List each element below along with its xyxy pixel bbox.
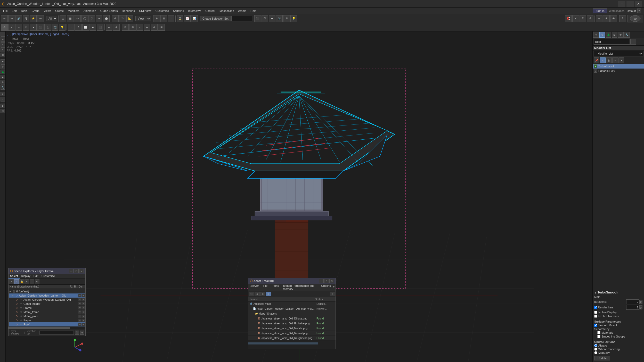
at-row-emissive[interactable]: 🖼 Japanese_street_lamp_Old_Emissive.png … — [248, 321, 336, 326]
mod-pin-button[interactable]: 📌 — [594, 57, 599, 63]
se-node-frame[interactable]: ⬡ 👁 Frame ❄👁 — [9, 306, 85, 310]
rp-motion-btn[interactable]: ▶ — [612, 32, 617, 38]
ts-iterations-down[interactable]: ▼ — [639, 302, 642, 304]
select-region-lasso[interactable]: ✦ — [96, 15, 102, 22]
se-options-button[interactable]: ⚙ — [35, 279, 39, 284]
object-type-cone[interactable]: △ — [44, 24, 51, 31]
selection-set-input[interactable] — [231, 16, 252, 21]
lt-link[interactable]: ⛓ — [1, 53, 5, 57]
ts-materials-check[interactable] — [597, 331, 600, 334]
object-name-input[interactable] — [594, 39, 630, 45]
lt-anim[interactable]: ⏵ — [1, 104, 5, 108]
at-menu-bitmap[interactable]: Bitmap Performance and Memory — [281, 284, 319, 291]
se-close-button[interactable]: ✕ — [79, 269, 84, 273]
menu-megascans[interactable]: Megascans — [217, 8, 236, 14]
object-type-box[interactable]: □ — [23, 24, 29, 31]
at-row-maps-folder[interactable]: 📁 Maps / Shaders — [248, 311, 336, 316]
lt-scale[interactable]: ⤡ — [1, 47, 5, 52]
redo-button[interactable]: ↪ — [8, 15, 15, 22]
at-titlebar[interactable]: ⬡ Asset Tracking ─ □ ✕ — [248, 278, 336, 284]
dope-sheet-button[interactable]: 📊 — [191, 15, 198, 22]
rp-create-btn[interactable]: ✚ — [593, 32, 599, 38]
at-maximize-button[interactable]: □ — [324, 279, 329, 283]
menu-modifiers[interactable]: Modifiers — [66, 8, 81, 14]
menu-interactive[interactable]: Interactive — [186, 8, 203, 14]
ts-always-radio[interactable] — [594, 344, 597, 347]
ts-render-up[interactable]: ▲ — [639, 305, 642, 307]
move-button[interactable]: ✛ — [112, 15, 119, 22]
undo-button[interactable]: ↩ — [1, 15, 8, 22]
menu-graph-editors[interactable]: Graph Editors — [98, 8, 120, 14]
lt-select[interactable]: ◻ — [1, 32, 5, 37]
se-menu-customize[interactable]: Customize — [40, 274, 56, 279]
se-node-metal-plate[interactable]: ⬡ 👁 Metal_plate ❄👁 — [9, 314, 85, 318]
subobj-poly[interactable]: ■ — [89, 24, 96, 31]
select-region-paint[interactable]: ⬤ — [103, 15, 110, 22]
mod-item-turbosmooth[interactable]: ● TurboSmooth — [593, 64, 644, 69]
schematic-view-button[interactable]: 🗺 — [262, 15, 268, 22]
lt-snap-2d[interactable]: 2 — [1, 92, 5, 96]
maximize-button[interactable]: □ — [626, 1, 634, 7]
at-menu-file[interactable]: File — [261, 284, 270, 291]
turbosmooth-collapse[interactable]: ▼ TurboSmooth — [594, 291, 642, 295]
se-add-button[interactable]: + — [25, 279, 29, 284]
rp-hierarchy-btn[interactable]: 🌲 — [606, 32, 611, 38]
pivot-button[interactable]: ⊕ — [153, 15, 160, 22]
minimize-button[interactable]: ─ — [618, 1, 625, 7]
at-tb-btn-1[interactable]: ⬛ — [249, 292, 254, 296]
lt-time[interactable]: ⏱ — [1, 109, 5, 113]
geo-button-1[interactable]: ⊡ — [122, 24, 129, 31]
render-frame-button[interactable]: 🖥 — [283, 15, 290, 22]
at-close-button[interactable]: ✕ — [329, 279, 334, 283]
lt-create[interactable]: ✚ — [1, 59, 5, 64]
isolate-button[interactable]: ◈ — [596, 15, 602, 22]
lt-modify[interactable]: ⚙ — [1, 64, 5, 69]
lt-move[interactable]: ✛ — [1, 37, 5, 42]
rp-utilities-btn[interactable]: 🔧 — [624, 32, 630, 38]
mod-move-up-button[interactable]: ▲ — [612, 57, 618, 63]
scale-button[interactable]: 📐 — [126, 15, 133, 22]
ts-manually-radio[interactable] — [594, 351, 597, 354]
at-row-diffuse[interactable]: 🖼 Japanese_street_lamp_Old_Diffuse.png F… — [248, 316, 336, 321]
workspaces-dropdown-button[interactable]: ▼ — [637, 9, 641, 13]
material-editor-button[interactable]: ◆ — [269, 15, 275, 22]
rp-modify-btn[interactable]: ⚙ — [599, 32, 605, 38]
at-row-normal[interactable]: 🖼 Japanese_street_lamp_Old_Normal.png Fo… — [248, 331, 336, 336]
geo-button-4[interactable]: ◈ — [144, 24, 150, 31]
view-dropdown[interactable]: View — [135, 16, 151, 21]
se-menu-display[interactable]: Display — [20, 274, 32, 279]
curve-editor-button[interactable]: 📈 — [184, 15, 191, 22]
menu-group[interactable]: Group — [29, 8, 42, 14]
select-button[interactable]: ◻ — [60, 15, 66, 22]
lt-hierarchy[interactable]: 🌲 — [1, 70, 5, 74]
link-button[interactable]: 🔗 — [15, 15, 22, 22]
geo-button-3[interactable]: ⬦ — [136, 24, 143, 31]
bind-button[interactable]: ⚡ — [30, 15, 37, 22]
close-button[interactable]: ✕ — [635, 1, 642, 7]
hide-button[interactable]: 👁 — [610, 15, 617, 22]
object-type-line[interactable]: ╱ — [8, 24, 15, 31]
menu-file[interactable]: File — [1, 8, 10, 14]
se-menu-edit[interactable]: Edit — [32, 274, 40, 279]
menu-animation[interactable]: Animation — [81, 8, 98, 14]
at-menu-server[interactable]: Server — [248, 284, 261, 291]
select-region-fence[interactable]: ⬡ — [88, 15, 95, 22]
subobj-vertex[interactable]: · — [68, 24, 75, 31]
menu-civil-view[interactable]: Civil View — [137, 8, 153, 14]
ts-smoothing-groups-check[interactable] — [597, 335, 600, 338]
se-scrollbar[interactable] — [9, 327, 85, 329]
modifier-list-select[interactable]: -- Modifier List -- — [594, 51, 643, 56]
help-button[interactable]: ? — [619, 15, 626, 22]
rotate-button[interactable]: ↻ — [119, 15, 126, 22]
scene-explorer-titlebar[interactable]: ⬡ Scene Explorer - Layer Explo... ─ □ ✕ — [9, 268, 85, 274]
se-menu-select[interactable]: Select — [9, 274, 20, 279]
subobj-border[interactable]: ⬜ — [82, 24, 89, 31]
se-select-icon-btn[interactable]: ◈ — [80, 331, 84, 335]
lt-rotate[interactable]: ↻ — [1, 42, 5, 47]
object-type-circle[interactable]: ○ — [15, 24, 22, 31]
se-node-root-object[interactable]: ▼ ⬡ Asian_Garden_Wooden_Lantern_Old ❄ 👁 — [9, 293, 85, 298]
ts-when-rendering-radio[interactable] — [594, 348, 597, 351]
at-row-max-file[interactable]: 📄 Asian_Garden_Wooden_Lantern_Old_max_vr… — [248, 306, 336, 311]
menu-scripting[interactable]: Scripting — [171, 8, 186, 14]
spinner-snap-button[interactable]: # — [587, 15, 593, 22]
